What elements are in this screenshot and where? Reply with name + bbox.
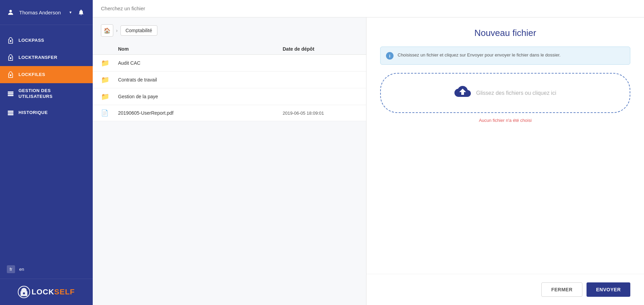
historique-icon [7,109,14,117]
table-header: Nom Date de dépôt [93,43,366,55]
svg-point-3 [10,75,11,76]
svg-point-0 [9,10,12,12]
info-box: i Choisissez un fichier et cliquez sur E… [380,47,630,65]
lockself-logo: LOCKSELF [18,286,75,298]
lockfiles-label: LOCKFILES [18,72,45,78]
info-icon: i [386,52,394,60]
svg-rect-4 [8,91,14,92]
historique-label: HISTORIQUE [18,110,48,116]
notification-bell-icon[interactable] [75,6,87,18]
user-icon [5,7,16,17]
sidebar-item-lockpass[interactable]: LOCKPASS [0,32,93,49]
lockpass-icon [7,37,14,44]
locktransfer-label: LOCKTRANSFER [18,55,57,61]
pdf-icon: 📄 [101,109,118,117]
lang-en-button[interactable]: en [16,265,27,273]
search-bar [93,0,644,17]
main-content: 🏠 › Comptabilité Nom Date de dépôt 📁 Aud… [93,0,644,305]
table-row[interactable]: 📁 Gestion de la paye [93,88,366,105]
svg-point-11 [23,292,25,294]
search-input[interactable] [101,5,636,11]
fermer-button[interactable]: FERMER [541,282,582,297]
col-icon-header [101,46,118,52]
upload-text: Glissez des fichiers ou cliquez ici [476,90,556,96]
breadcrumb-home-button[interactable]: 🏠 [101,24,113,37]
table-row[interactable]: 📄 20190605-UserReport.pdf 2019-06-05 18:… [93,105,366,121]
locktransfer-icon [7,54,14,61]
file-name: Audit CAC [118,60,283,66]
file-date: 2019-06-05 18:09:01 [283,111,358,116]
chevron-down-icon[interactable]: ▾ [69,10,72,15]
table-row[interactable]: 📁 Contrats de travail [93,72,366,88]
svg-rect-9 [8,114,14,115]
logo-self: SELF [54,288,75,296]
breadcrumb-current[interactable]: Comptabilité [120,25,157,36]
sidebar-item-gestion[interactable]: GESTION DES UTILISATEURS [0,83,93,104]
sidebar-item-lockfiles[interactable]: LOCKFILES [0,66,93,83]
no-file-label: Aucun fichier n'a été choisi [380,118,630,123]
username-label: Thomas Anderson [19,10,66,15]
info-text: Choisissez un fichier et cliquez sur Env… [398,52,561,59]
file-name: 20190605-UserReport.pdf [118,110,283,116]
table-row[interactable]: 📁 Audit CAC [93,55,366,72]
file-name: Gestion de la paye [118,94,283,99]
gestion-label: GESTION DES UTILISATEURS [18,88,86,100]
lockfiles-icon [7,71,14,78]
file-browser: 🏠 › Comptabilité Nom Date de dépôt 📁 Aud… [93,17,644,305]
breadcrumb-separator: › [116,28,118,33]
file-table: 📁 Audit CAC 📁 Contrats de travail 📁 Gest… [93,55,366,305]
file-list-panel: 🏠 › Comptabilité Nom Date de dépôt 📁 Aud… [93,17,366,305]
right-panel-title: Nouveau fichier [366,17,644,47]
svg-rect-8 [8,112,14,113]
lang-switcher: fr en [0,260,93,279]
lang-fr-button[interactable]: fr [7,265,15,273]
sidebar-header: Thomas Anderson ▾ [0,0,93,25]
sidebar: Thomas Anderson ▾ LOCKPASS [0,0,93,305]
svg-point-2 [10,58,11,59]
lockpass-label: LOCKPASS [18,38,44,43]
sidebar-nav: LOCKPASS LOCKTRANSFER LOCKFILES [0,25,93,260]
upload-cloud-icon [454,83,471,103]
svg-rect-6 [8,95,14,96]
folder-icon: 📁 [101,59,118,67]
folder-icon: 📁 [101,92,118,101]
svg-rect-5 [8,93,14,94]
logo-lock: LOCK [31,288,54,296]
right-panel: Nouveau fichier i Choisissez un fichier … [366,17,644,305]
upload-dropzone[interactable]: Glissez des fichiers ou cliquez ici [380,73,630,113]
svg-rect-7 [8,111,14,112]
sidebar-item-historique[interactable]: HISTORIQUE [0,104,93,122]
folder-icon: 📁 [101,76,118,84]
right-panel-actions: FERMER ENVOYER [366,274,644,305]
sidebar-footer: LOCKSELF [0,279,93,305]
col-nom-header: Nom [118,46,283,52]
logo-text: LOCKSELF [31,288,75,296]
envoyer-button[interactable]: ENVOYER [587,282,630,297]
file-name: Contrats de travail [118,77,283,82]
breadcrumb: 🏠 › Comptabilité [93,17,366,43]
svg-point-1 [10,40,11,41]
col-date-header: Date de dépôt [283,46,358,52]
sidebar-item-locktransfer[interactable]: LOCKTRANSFER [0,49,93,66]
gestion-icon [7,90,14,98]
